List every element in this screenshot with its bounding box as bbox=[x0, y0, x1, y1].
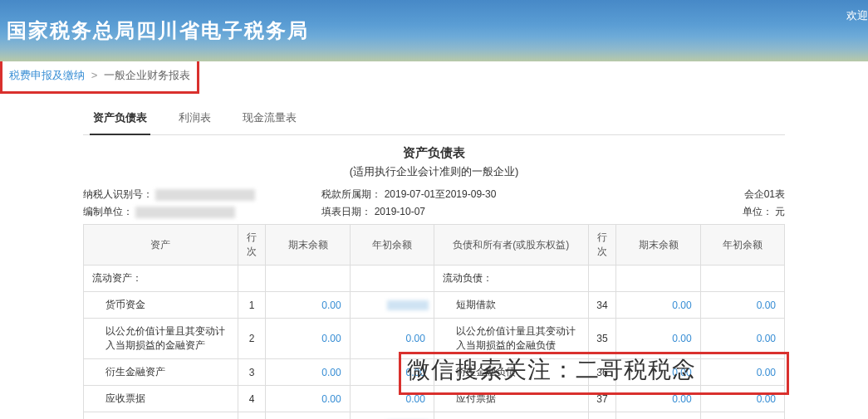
asset-end-balance bbox=[266, 266, 350, 292]
liability-name: 应付票据 bbox=[434, 386, 588, 412]
asset-begin-balance[interactable]: 0.00 bbox=[350, 359, 434, 386]
liability-rownum: 36 bbox=[588, 359, 616, 386]
liability-begin-balance[interactable]: 0.00 bbox=[700, 359, 784, 386]
asset-name: 衍生金融资产 bbox=[84, 359, 238, 386]
liability-begin-balance[interactable]: 0.00 bbox=[700, 412, 784, 420]
asset-begin-balance[interactable]: 0.00 bbox=[350, 386, 434, 412]
table-row: 货币资金10.00短期借款340.000.00 bbox=[84, 292, 785, 319]
th-end-bal-2: 期末余额 bbox=[616, 225, 700, 266]
site-title: 国家税务总局四川省电子税务局 bbox=[7, 17, 309, 44]
welcome-text: 欢迎 bbox=[846, 8, 868, 23]
asset-rownum: 5 bbox=[238, 412, 266, 420]
asset-rownum: 2 bbox=[238, 319, 266, 359]
tax-period-label: 税款所属期： bbox=[321, 188, 381, 200]
taxpayer-id-value bbox=[155, 189, 255, 201]
form-code: 会企01表 bbox=[651, 188, 785, 202]
liability-begin-balance bbox=[700, 266, 784, 292]
th-rownum-1: 行次 bbox=[238, 225, 266, 266]
table-row: 衍生金融资产30.000.00衍生金融负债360.000.00 bbox=[84, 359, 785, 386]
liability-end-balance[interactable]: 0.00 bbox=[616, 412, 700, 420]
tax-period-value: 2019-07-01至2019-09-30 bbox=[385, 188, 497, 200]
liability-end-balance[interactable]: 0.00 bbox=[616, 319, 700, 359]
breadcrumb-current: 一般企业财务报表 bbox=[104, 69, 190, 81]
report-title: 资产负债表 bbox=[83, 145, 785, 161]
taxpayer-id-label: 纳税人识别号： bbox=[83, 188, 153, 200]
meta-row-2: 编制单位： 填表日期： 2019-10-07 单位： 元 bbox=[83, 205, 785, 219]
asset-end-balance[interactable]: 0.00 bbox=[266, 359, 350, 386]
main-content: 资产负债表 利润表 现金流量表 资产负债表 (适用执行企业会计准则的一般企业) … bbox=[0, 94, 868, 419]
tab-cash-flow[interactable]: 现金流量表 bbox=[239, 102, 300, 134]
asset-begin-balance bbox=[350, 266, 434, 292]
tab-balance-sheet[interactable]: 资产负债表 bbox=[90, 102, 150, 135]
th-asset: 资产 bbox=[84, 225, 238, 266]
asset-end-balance[interactable]: 0.00 bbox=[266, 386, 350, 412]
asset-begin-balance[interactable] bbox=[350, 292, 434, 319]
asset-begin-balance[interactable]: 0.00 bbox=[350, 319, 434, 359]
asset-rownum: 3 bbox=[238, 359, 266, 386]
liability-end-balance[interactable]: 0.00 bbox=[616, 386, 700, 412]
liability-rownum: 38 bbox=[588, 412, 616, 420]
asset-end-balance[interactable]: 0.00 bbox=[266, 412, 350, 420]
liability-end-balance[interactable]: 0.00 bbox=[616, 359, 700, 386]
liability-rownum bbox=[588, 266, 616, 292]
fill-date-label: 填表日期： bbox=[321, 206, 371, 217]
asset-name: 应收账款 bbox=[84, 412, 238, 420]
th-rownum-2: 行次 bbox=[588, 225, 616, 266]
asset-name: 以公允价值计量且其变动计入当期损益的金融资产 bbox=[84, 319, 238, 359]
unit-label: 单位： bbox=[743, 206, 772, 217]
liability-rownum: 35 bbox=[588, 319, 616, 359]
breadcrumb-sep: > bbox=[91, 69, 98, 81]
th-begin-bal-1: 年初余额 bbox=[350, 225, 434, 266]
fill-date-value: 2019-10-07 bbox=[375, 206, 425, 217]
table-row: 以公允价值计量且其变动计入当期损益的金融资产20.000.00以公允价值计量且其… bbox=[84, 319, 785, 359]
asset-rownum: 4 bbox=[238, 386, 266, 412]
balance-sheet-table: 资产 行次 期末余额 年初余额 负债和所有者(或股东权益) 行次 期末余额 年初… bbox=[83, 224, 785, 419]
liability-name: 应付账款 bbox=[434, 412, 588, 420]
meta-row-1: 纳税人识别号： 税款所属期： 2019-07-01至2019-09-30 会企0… bbox=[83, 188, 785, 202]
asset-rownum bbox=[238, 266, 266, 292]
liability-begin-balance[interactable]: 0.00 bbox=[700, 386, 784, 412]
liability-begin-balance[interactable]: 0.00 bbox=[700, 319, 784, 359]
asset-begin-balance[interactable] bbox=[350, 412, 434, 420]
th-end-bal-1: 期末余额 bbox=[266, 225, 350, 266]
asset-end-balance[interactable]: 0.00 bbox=[266, 292, 350, 319]
asset-name: 应收票据 bbox=[84, 386, 238, 412]
table-row: 流动资产：流动负债： bbox=[84, 266, 785, 292]
liability-rownum: 37 bbox=[588, 386, 616, 412]
breadcrumb-link[interactable]: 税费申报及缴纳 bbox=[9, 69, 85, 81]
liability-name: 流动负债： bbox=[434, 266, 588, 292]
liability-name: 短期借款 bbox=[434, 292, 588, 319]
prepared-by-label: 编制单位： bbox=[83, 206, 133, 217]
table-row: 应收票据40.000.00应付票据370.000.00 bbox=[84, 386, 785, 412]
liability-name: 以公允价值计量且其变动计入当期损益的金融负债 bbox=[434, 319, 588, 359]
th-begin-bal-2: 年初余额 bbox=[700, 225, 784, 266]
asset-name: 流动资产： bbox=[84, 266, 238, 292]
liability-rownum: 34 bbox=[588, 292, 616, 319]
liability-end-balance[interactable]: 0.00 bbox=[616, 292, 700, 319]
asset-rownum: 1 bbox=[238, 292, 266, 319]
liability-name: 衍生金融负债 bbox=[434, 359, 588, 386]
liability-begin-balance[interactable]: 0.00 bbox=[700, 292, 784, 319]
tab-income-statement[interactable]: 利润表 bbox=[175, 102, 214, 134]
table-row: 应收账款50.00应付账款380.000.00 bbox=[84, 412, 785, 420]
table-header-row: 资产 行次 期末余额 年初余额 负债和所有者(或股东权益) 行次 期末余额 年初… bbox=[84, 225, 785, 266]
asset-name: 货币资金 bbox=[84, 292, 238, 319]
prepared-by-value bbox=[135, 207, 235, 218]
liability-end-balance bbox=[616, 266, 700, 292]
asset-end-balance[interactable]: 0.00 bbox=[266, 319, 350, 359]
tab-bar: 资产负债表 利润表 现金流量表 bbox=[83, 102, 785, 135]
breadcrumb: 税费申报及缴纳 > 一般企业财务报表 bbox=[0, 60, 199, 94]
unit-value: 元 bbox=[775, 206, 785, 217]
report-subtitle: (适用执行企业会计准则的一般企业) bbox=[83, 164, 785, 179]
header-banner: 国家税务总局四川省电子税务局 欢迎 bbox=[0, 0, 868, 61]
th-liab: 负债和所有者(或股东权益) bbox=[434, 225, 588, 266]
